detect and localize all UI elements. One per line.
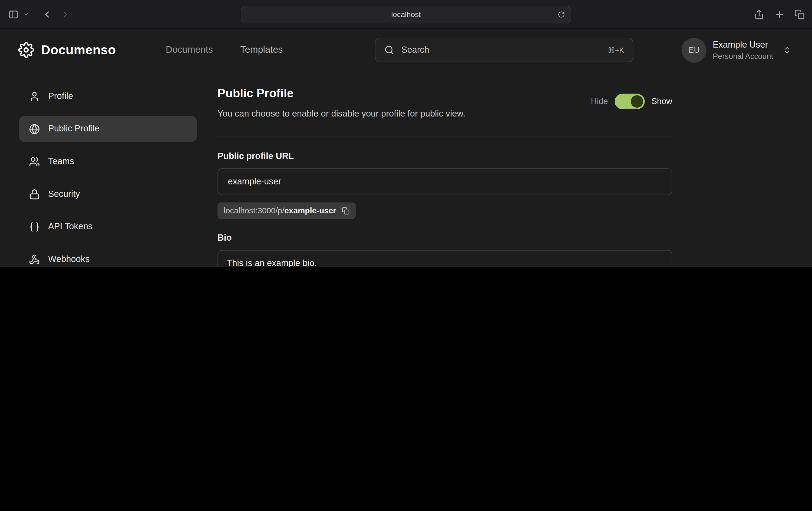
brand-name: Documenso xyxy=(41,42,116,58)
reload-icon[interactable] xyxy=(558,10,565,18)
globe-icon xyxy=(29,124,40,134)
new-tab-icon[interactable] xyxy=(774,9,784,20)
sidebar-item-label: Security xyxy=(48,189,80,199)
account-type: Personal Account xyxy=(713,51,773,60)
divider xyxy=(218,137,672,137)
brand-logo[interactable]: Documenso xyxy=(18,29,116,71)
sidebar-item-label: Webhooks xyxy=(48,254,90,264)
public-profile-url-input[interactable] xyxy=(227,176,663,187)
url-field-label: Public profile URL xyxy=(218,151,672,161)
account-menu[interactable]: EU Example User Personal Account xyxy=(682,29,791,71)
sidebar-item-webhooks[interactable]: Webhooks xyxy=(19,246,197,267)
sidebar-item-label: Public Profile xyxy=(48,124,99,134)
settings-sidebar: Profile Public Profile Teams Security xyxy=(19,83,197,267)
copy-url-button[interactable] xyxy=(342,207,350,215)
account-name: Example User xyxy=(713,39,773,50)
user-icon xyxy=(29,91,40,102)
profile-visibility-toggle[interactable] xyxy=(614,94,644,109)
url-preview-text: localhost:3000/p/example-user xyxy=(224,206,336,215)
sidebar-item-profile[interactable]: Profile xyxy=(19,83,197,109)
bio-field-label: Bio xyxy=(218,233,672,243)
settings-page: Profile Public Profile Teams Security xyxy=(0,71,812,267)
nav-documents[interactable]: Documents xyxy=(166,29,213,71)
sidebar-item-label: Profile xyxy=(48,91,73,101)
sidebar-item-label: API Tokens xyxy=(48,221,92,232)
toggle-knob xyxy=(631,95,643,108)
public-profile-panel: Public Profile You can choose to enable … xyxy=(218,87,672,267)
global-search[interactable]: ⌘+K xyxy=(375,38,633,62)
sidebar-toggle-icon[interactable] xyxy=(8,9,19,20)
webhook-icon xyxy=(29,254,40,265)
app-header: Documenso Documents Templates ⌘+K EU Exa… xyxy=(0,29,812,71)
tab-overview-icon[interactable] xyxy=(794,9,805,20)
chevrons-up-down-icon xyxy=(783,46,791,54)
forward-button-icon[interactable] xyxy=(60,9,70,20)
avatar: EU xyxy=(682,37,706,62)
chevron-down-icon[interactable] xyxy=(23,11,29,17)
sidebar-item-teams[interactable]: Teams xyxy=(19,148,197,174)
documenso-logo-icon xyxy=(18,42,34,58)
sidebar-item-label: Teams xyxy=(48,156,74,167)
toggle-show-label: Show xyxy=(651,97,672,106)
address-bar-text: localhost xyxy=(391,10,421,19)
search-icon xyxy=(384,45,394,55)
search-shortcut: ⌘+K xyxy=(608,46,624,54)
nav-templates[interactable]: Templates xyxy=(240,29,283,71)
braces-icon xyxy=(29,221,40,232)
page-title: Public Profile xyxy=(218,87,465,100)
share-icon[interactable] xyxy=(754,9,764,20)
sidebar-item-api-tokens[interactable]: API Tokens xyxy=(19,214,197,240)
sidebar-item-security[interactable]: Security xyxy=(19,181,197,207)
search-input[interactable] xyxy=(400,44,602,56)
page-subtitle: You can choose to enable or disable your… xyxy=(218,109,465,119)
visibility-toggle-group: Hide Show xyxy=(591,94,672,109)
address-bar[interactable]: localhost xyxy=(241,5,571,23)
toggle-hide-label: Hide xyxy=(591,97,608,106)
browser-window: localhost Documenso Documents Temp xyxy=(0,0,812,267)
bio-textarea[interactable]: This is an example bio. xyxy=(218,250,672,267)
lock-icon xyxy=(29,189,40,200)
sidebar-item-public-profile[interactable]: Public Profile xyxy=(19,116,197,142)
url-preview-slug: example-user xyxy=(284,206,336,215)
url-input-wrap xyxy=(218,168,672,195)
users-icon xyxy=(29,156,40,167)
url-preview-badge: localhost:3000/p/example-user xyxy=(218,203,356,219)
browser-toolbar: localhost xyxy=(0,0,812,29)
back-button-icon[interactable] xyxy=(42,9,52,20)
